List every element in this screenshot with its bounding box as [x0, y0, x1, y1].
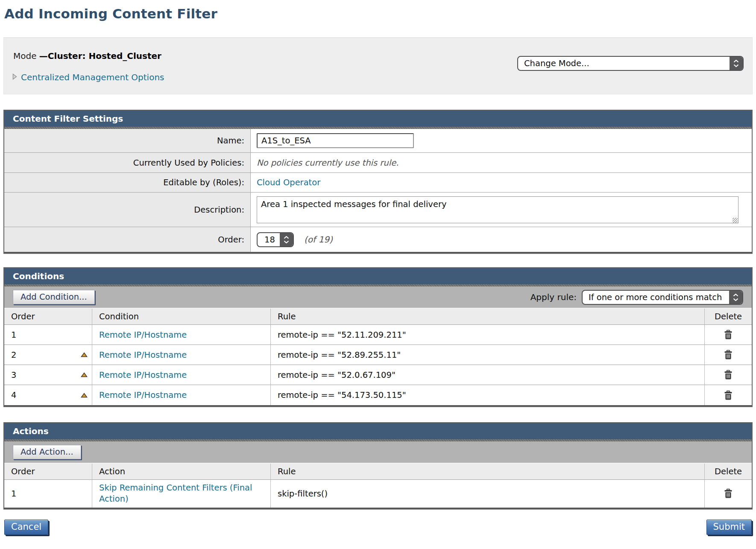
column-header-rule: Rule [271, 309, 705, 325]
order-label: Order: [4, 227, 251, 252]
actions-panel: Actions Add Action... Order Action Rule … [3, 422, 753, 509]
condition-row: 2 Remote IP/Hostname remote-ip == "52.89… [4, 345, 752, 365]
page-title: Add Incoming Content Filter [4, 6, 756, 21]
change-mode-select[interactable]: Change Mode... [517, 56, 744, 71]
condition-row: 4 Remote IP/Hostname remote-ip == "54.17… [4, 385, 752, 405]
column-header-rule: Rule [271, 464, 705, 480]
resize-handle-icon[interactable] [733, 218, 738, 223]
editable-roles-link[interactable]: Cloud Operator [257, 178, 320, 187]
mode-value: —Cluster: Hosted_Cluster [39, 51, 161, 61]
order-total-note: (of 19) [304, 234, 333, 245]
chevron-updown-icon [730, 57, 743, 70]
trash-icon[interactable] [724, 350, 733, 360]
condition-order: 1 [11, 330, 16, 340]
description-textarea[interactable] [257, 196, 738, 223]
action-rule: skip-filters() [271, 480, 705, 508]
action-link[interactable]: Skip Remaining Content Filters (Final Ac… [99, 480, 270, 508]
chevron-updown-icon [280, 233, 293, 246]
condition-order: 2 [11, 350, 16, 360]
mode-line: Mode —Cluster: Hosted_Cluster [13, 51, 161, 61]
content-filter-settings-panel: Content Filter Settings Name: Currently … [3, 110, 753, 254]
move-up-icon[interactable] [81, 393, 88, 398]
mode-label: Mode [13, 51, 37, 61]
condition-order: 3 [11, 370, 16, 380]
chevron-updown-icon [729, 291, 742, 304]
actions-table: Order Action Rule Delete 1 Skip Remainin… [4, 464, 752, 508]
column-header-condition: Condition [92, 309, 271, 325]
name-label: Name: [4, 129, 251, 153]
action-order: 1 [11, 489, 16, 499]
move-up-icon[interactable] [81, 352, 88, 357]
move-up-icon[interactable] [81, 372, 88, 377]
column-header-delete: Delete [705, 309, 752, 325]
name-input[interactable] [257, 133, 414, 148]
cancel-button[interactable]: Cancel [4, 520, 48, 535]
condition-order: 4 [11, 390, 16, 400]
condition-rule: remote-ip == "52.11.209.211" [271, 325, 705, 345]
condition-rule: remote-ip == "54.173.50.115" [271, 385, 705, 405]
conditions-panel: Conditions Add Condition... Apply rule: … [3, 267, 753, 407]
action-row: 1 Skip Remaining Content Filters (Final … [4, 480, 752, 508]
trash-icon[interactable] [724, 488, 733, 499]
conditions-section-header: Conditions [4, 268, 752, 284]
add-action-button[interactable]: Add Action... [13, 445, 81, 459]
condition-link[interactable]: Remote IP/Hostname [99, 370, 187, 380]
apply-rule-label: Apply rule: [530, 292, 577, 302]
order-select-value: 18 [258, 233, 280, 246]
actions-section-header: Actions [4, 423, 752, 439]
condition-link[interactable]: Remote IP/Hostname [99, 330, 187, 340]
trash-icon[interactable] [724, 330, 733, 340]
change-mode-select-value: Change Mode... [518, 57, 730, 70]
condition-row: 1 Remote IP/Hostname remote-ip == "52.11… [4, 325, 752, 345]
trash-icon[interactable] [724, 370, 733, 380]
add-condition-button[interactable]: Add Condition... [13, 290, 95, 304]
condition-row: 3 Remote IP/Hostname remote-ip == "52.0.… [4, 365, 752, 385]
conditions-table: Order Condition Rule Delete 1 Remote IP/… [4, 309, 752, 405]
condition-rule: remote-ip == "52.0.67.109" [271, 365, 705, 385]
policies-value: No policies currently use this rule. [257, 158, 399, 168]
column-header-delete: Delete [705, 464, 752, 480]
column-header-order: Order [4, 464, 92, 480]
apply-rule-select-value: If one or more conditions match [583, 291, 729, 304]
submit-button[interactable]: Submit [706, 520, 752, 535]
description-label: Description: [4, 193, 251, 227]
editable-label: Editable by (Roles): [4, 173, 251, 193]
column-header-order: Order [4, 309, 92, 325]
mode-panel: Mode —Cluster: Hosted_Cluster Centralize… [3, 37, 753, 94]
column-header-action: Action [92, 464, 271, 480]
centralized-management-options-link[interactable]: Centralized Management Options [21, 72, 164, 82]
settings-section-header: Content Filter Settings [4, 111, 752, 127]
apply-rule-select[interactable]: If one or more conditions match [582, 290, 743, 305]
disclosure-triangle-icon[interactable] [12, 73, 17, 82]
policies-label: Currently Used by Policies: [4, 153, 251, 173]
condition-link[interactable]: Remote IP/Hostname [99, 350, 187, 360]
condition-rule: remote-ip == "52.89.255.11" [271, 345, 705, 365]
order-select[interactable]: 18 [257, 232, 294, 247]
trash-icon[interactable] [724, 390, 733, 400]
condition-link[interactable]: Remote IP/Hostname [99, 390, 187, 400]
